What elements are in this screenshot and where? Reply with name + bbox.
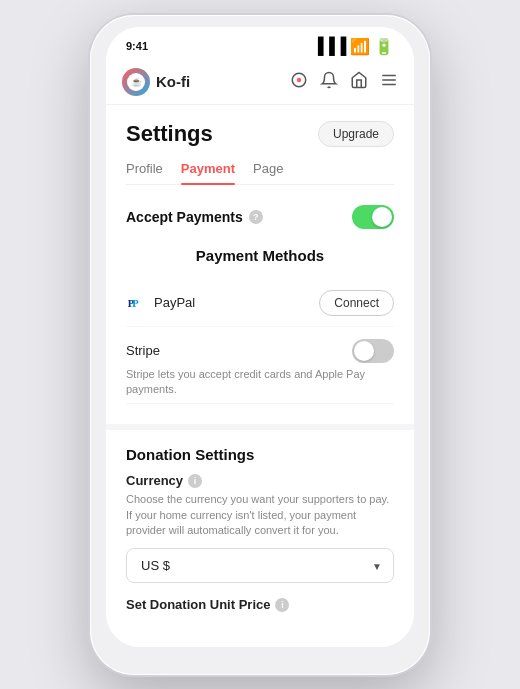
wifi-icon: 📶 bbox=[350, 37, 370, 56]
settings-title: Settings bbox=[126, 121, 213, 147]
upgrade-button[interactable]: Upgrade bbox=[318, 121, 394, 147]
status-time: 9:41 bbox=[126, 40, 148, 52]
compass-icon[interactable] bbox=[290, 71, 308, 93]
stripe-header: Stripe bbox=[126, 339, 394, 363]
settings-tabs: Profile Payment Page bbox=[126, 161, 394, 185]
accept-payments-left: Accept Payments ? bbox=[126, 209, 263, 225]
logo-icon: ☕ bbox=[122, 68, 150, 96]
accept-payments-label: Accept Payments bbox=[126, 209, 243, 225]
phone-frame: 9:41 ▐▐▐ 📶 🔋 ☕ Ko-fi bbox=[90, 15, 430, 675]
nav-bar: ☕ Ko-fi bbox=[106, 62, 414, 105]
paypal-name: PayPal bbox=[154, 295, 195, 310]
paypal-left: P P PayPal bbox=[126, 293, 195, 313]
stripe-row: Stripe Stripe lets you accept credit car… bbox=[126, 327, 394, 405]
accept-payments-help-icon[interactable]: ? bbox=[249, 210, 263, 224]
app-logo[interactable]: ☕ Ko-fi bbox=[122, 68, 190, 96]
status-bar: 9:41 ▐▐▐ 📶 🔋 bbox=[106, 27, 414, 62]
accept-payments-row: Accept Payments ? bbox=[126, 205, 394, 229]
paypal-row: P P PayPal Connect bbox=[126, 280, 394, 327]
donation-settings: Donation Settings Currency i Choose the … bbox=[106, 424, 414, 612]
paypal-connect-button[interactable]: Connect bbox=[319, 290, 394, 316]
settings-header: Settings Upgrade bbox=[126, 121, 394, 147]
donation-settings-title: Donation Settings bbox=[126, 446, 394, 463]
tab-payment[interactable]: Payment bbox=[181, 161, 235, 184]
currency-description: Choose the currency you want your suppor… bbox=[126, 492, 394, 538]
tab-page[interactable]: Page bbox=[253, 161, 283, 184]
toggle-knob bbox=[372, 207, 392, 227]
donation-unit-price-label: Set Donation Unit Price bbox=[126, 597, 270, 612]
menu-icon[interactable] bbox=[380, 71, 398, 93]
payment-methods-title: Payment Methods bbox=[126, 247, 394, 264]
donation-unit-help-icon[interactable]: i bbox=[275, 598, 289, 612]
app-name: Ko-fi bbox=[156, 73, 190, 90]
paypal-icon: P P bbox=[126, 293, 146, 313]
stripe-toggle[interactable] bbox=[352, 339, 394, 363]
tab-profile[interactable]: Profile bbox=[126, 161, 163, 184]
currency-select-wrapper[interactable]: US $ EUR € GBP £ AUD $ CAD $ ▼ bbox=[126, 548, 394, 583]
svg-text:☕: ☕ bbox=[131, 76, 143, 88]
stripe-toggle-knob bbox=[354, 341, 374, 361]
stripe-name: Stripe bbox=[126, 343, 160, 358]
main-content: Settings Upgrade Profile Payment Page Ac… bbox=[106, 105, 414, 647]
accept-payments-toggle[interactable] bbox=[352, 205, 394, 229]
status-icons: ▐▐▐ 📶 🔋 bbox=[312, 37, 394, 56]
home-icon[interactable] bbox=[350, 71, 368, 93]
currency-select[interactable]: US $ EUR € GBP £ AUD $ CAD $ bbox=[126, 548, 394, 583]
svg-text:P: P bbox=[132, 297, 139, 308]
stripe-description: Stripe lets you accept credit cards and … bbox=[126, 367, 394, 398]
battery-icon: 🔋 bbox=[374, 37, 394, 56]
phone-screen: 9:41 ▐▐▐ 📶 🔋 ☕ Ko-fi bbox=[106, 27, 414, 647]
signal-icon: ▐▐▐ bbox=[312, 37, 346, 55]
currency-label-row: Currency i bbox=[126, 473, 394, 488]
currency-help-icon[interactable]: i bbox=[188, 474, 202, 488]
donation-unit-label-row: Set Donation Unit Price i bbox=[126, 597, 394, 612]
nav-icons bbox=[290, 71, 398, 93]
bell-icon[interactable] bbox=[320, 71, 338, 93]
svg-point-3 bbox=[297, 77, 302, 82]
currency-label: Currency bbox=[126, 473, 183, 488]
